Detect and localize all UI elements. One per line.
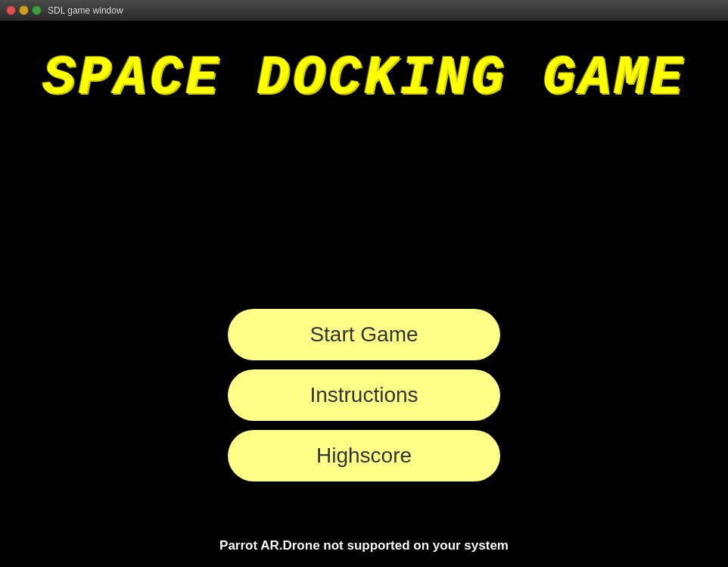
start-game-button[interactable]: Start Game [228, 309, 500, 360]
maximize-window-button[interactable] [32, 5, 42, 15]
game-area: SPACE DOCKING GAME Start Game Instructio… [0, 21, 728, 567]
highscore-button[interactable]: Highscore [228, 430, 500, 481]
status-message: Parrot AR.Drone not supported on your sy… [219, 538, 509, 553]
minimize-window-button[interactable] [19, 5, 29, 15]
title-bar: SDL game window [0, 0, 728, 21]
close-window-button[interactable] [6, 5, 16, 15]
menu-buttons: Start Game Instructions Highscore [228, 309, 500, 481]
window-title: SDL game window [48, 5, 722, 16]
game-title: SPACE DOCKING GAME [42, 51, 686, 106]
instructions-button[interactable]: Instructions [228, 369, 500, 421]
window-controls [6, 5, 42, 15]
